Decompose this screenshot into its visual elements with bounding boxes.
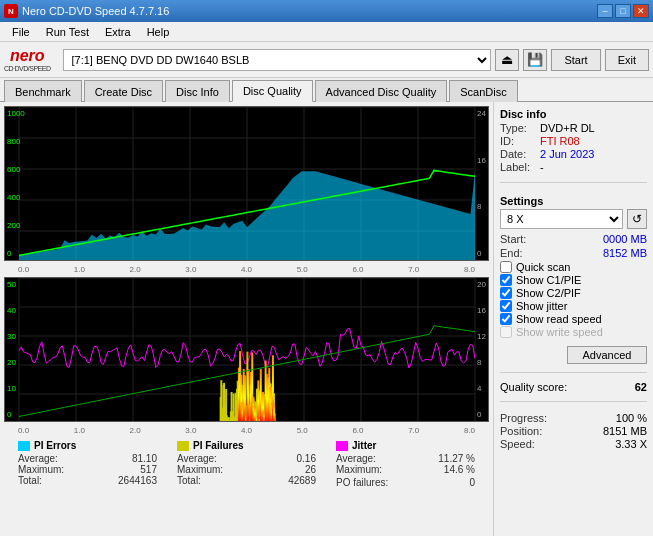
- c2pif-checkbox[interactable]: [500, 287, 512, 299]
- po-failures-label: PO failures:: [336, 477, 388, 488]
- app-icon: N: [4, 4, 18, 18]
- end-value: 8152 MB: [603, 247, 647, 259]
- pi-errors-title: PI Errors: [34, 440, 76, 451]
- window-controls: – □ ✕: [597, 4, 649, 18]
- bottom-chart-x-labels: 0.01.02.03.04.05.06.07.08.0: [4, 424, 489, 436]
- tab-advanced-disc-quality[interactable]: Advanced Disc Quality: [315, 80, 448, 102]
- pi-failures-total: 42689: [288, 475, 316, 486]
- end-label: End:: [500, 247, 523, 259]
- progress-section: Progress: 100 % Position: 8151 MB Speed:…: [500, 412, 647, 451]
- speed-selector[interactable]: 8 X Max 2 X 4 X 6 X 12 X: [500, 209, 623, 229]
- date-label: Date:: [500, 148, 536, 160]
- quality-score-row: Quality score: 62: [500, 381, 647, 393]
- jitter-label: Show jitter: [516, 300, 567, 312]
- pi-failures-title: PI Failures: [193, 440, 244, 451]
- tab-disc-quality[interactable]: Disc Quality: [232, 80, 313, 102]
- legend-pi-errors: PI Errors Average: 81.10 Maximum: 517 To…: [18, 440, 157, 496]
- read-speed-checkbox[interactable]: [500, 313, 512, 325]
- speed-value: 3.33 X: [615, 438, 647, 450]
- legend-jitter: Jitter Average: 11.27 % Maximum: 14.6 % …: [336, 440, 475, 496]
- tab-scan-disc[interactable]: ScanDisc: [449, 80, 517, 102]
- nero-subtitle: CD·DVD/SPEED: [4, 65, 51, 72]
- separator-1: [500, 182, 647, 183]
- top-chart-y-left: 10008006004002000: [7, 107, 25, 260]
- top-chart-x-labels: 0.01.02.03.04.05.06.07.08.0: [4, 263, 489, 275]
- type-label: Type:: [500, 122, 536, 134]
- separator-2: [500, 372, 647, 373]
- drive-selector[interactable]: [7:1] BENQ DVD DD DW1640 BSLB: [63, 49, 492, 71]
- pi-errors-color: [18, 441, 30, 451]
- title-bar: N Nero CD-DVD Speed 4.7.7.16 – □ ✕: [0, 0, 653, 22]
- jitter-color: [336, 441, 348, 451]
- top-chart-y-right: 241680: [477, 107, 486, 260]
- menu-run-test[interactable]: Run Test: [38, 24, 97, 40]
- menu-help[interactable]: Help: [139, 24, 178, 40]
- tab-bar: Benchmark Create Disc Disc Info Disc Qua…: [0, 78, 653, 102]
- nero-logo: nero: [10, 47, 45, 65]
- legend-pi-failures: PI Failures Average: 0.16 Maximum: 26 To…: [177, 440, 316, 496]
- jitter-max: 14.6 %: [444, 464, 475, 475]
- start-value: 0000 MB: [603, 233, 647, 245]
- menu-extra[interactable]: Extra: [97, 24, 139, 40]
- bottom-chart-panel: 50403020100 201612840: [4, 277, 489, 422]
- pi-errors-total: 2644163: [118, 475, 157, 486]
- progress-value: 100 %: [616, 412, 647, 424]
- start-label: Start:: [500, 233, 526, 245]
- c1pie-checkbox[interactable]: [500, 274, 512, 286]
- menu-file[interactable]: File: [4, 24, 38, 40]
- id-value: FTI R08: [540, 135, 580, 147]
- jitter-checkbox[interactable]: [500, 300, 512, 312]
- disc-label-label: Label:: [500, 161, 536, 173]
- legend-area: PI Errors Average: 81.10 Maximum: 517 To…: [4, 438, 489, 498]
- po-failures-value: 0: [469, 477, 475, 488]
- read-speed-label: Show read speed: [516, 313, 602, 325]
- save-button[interactable]: 💾: [523, 49, 547, 71]
- quick-scan-row: Quick scan: [500, 261, 647, 273]
- quick-scan-checkbox[interactable]: [500, 261, 512, 273]
- maximize-button[interactable]: □: [615, 4, 631, 18]
- jitter-title: Jitter: [352, 440, 376, 451]
- separator-3: [500, 401, 647, 402]
- disc-label-value: -: [540, 161, 544, 173]
- quick-scan-label: Quick scan: [516, 261, 570, 273]
- date-value: 2 Jun 2023: [540, 148, 594, 160]
- bottom-chart-y-left: 50403020100: [7, 278, 16, 421]
- type-value: DVD+R DL: [540, 122, 595, 134]
- speed-label: Speed:: [500, 438, 535, 450]
- minimize-button[interactable]: –: [597, 4, 613, 18]
- refresh-button[interactable]: ↺: [627, 209, 647, 229]
- jitter-avg: 11.27 %: [438, 453, 475, 464]
- c2pif-label: Show C2/PIF: [516, 287, 581, 299]
- disc-info-section: Disc info Type: DVD+R DL ID: FTI R08 Dat…: [500, 108, 647, 174]
- start-button[interactable]: Start: [551, 49, 600, 71]
- quality-score-label: Quality score:: [500, 381, 567, 393]
- menu-bar: File Run Test Extra Help: [0, 22, 653, 42]
- position-value: 8151 MB: [603, 425, 647, 437]
- main-content: 10008006004002000 241680 0.01.02.03.04.0…: [0, 102, 653, 536]
- pi-errors-max: 517: [140, 464, 157, 475]
- position-label: Position:: [500, 425, 542, 437]
- top-chart-panel: 10008006004002000 241680: [4, 106, 489, 261]
- tab-create-disc[interactable]: Create Disc: [84, 80, 163, 102]
- close-button[interactable]: ✕: [633, 4, 649, 18]
- settings-section: Settings 8 X Max 2 X 4 X 6 X 12 X ↺ Star…: [500, 195, 647, 364]
- eject-button[interactable]: ⏏: [495, 49, 519, 71]
- tab-benchmark[interactable]: Benchmark: [4, 80, 82, 102]
- disc-info-title: Disc info: [500, 108, 647, 120]
- c1pie-label: Show C1/PIE: [516, 274, 581, 286]
- app-logo: nero CD·DVD/SPEED: [4, 47, 51, 72]
- settings-title: Settings: [500, 195, 647, 207]
- advanced-button[interactable]: Advanced: [567, 346, 647, 364]
- chart-area: 10008006004002000 241680 0.01.02.03.04.0…: [0, 102, 493, 536]
- write-speed-checkbox[interactable]: [500, 326, 512, 338]
- tab-disc-info[interactable]: Disc Info: [165, 80, 230, 102]
- progress-label: Progress:: [500, 412, 547, 424]
- quality-score-value: 62: [635, 381, 647, 393]
- pi-failures-max: 26: [305, 464, 316, 475]
- toolbar: nero CD·DVD/SPEED [7:1] BENQ DVD DD DW16…: [0, 42, 653, 78]
- pi-failures-color: [177, 441, 189, 451]
- exit-button[interactable]: Exit: [605, 49, 649, 71]
- right-panel: Disc info Type: DVD+R DL ID: FTI R08 Dat…: [493, 102, 653, 536]
- app-title: Nero CD-DVD Speed 4.7.7.16: [22, 5, 169, 17]
- id-label: ID:: [500, 135, 536, 147]
